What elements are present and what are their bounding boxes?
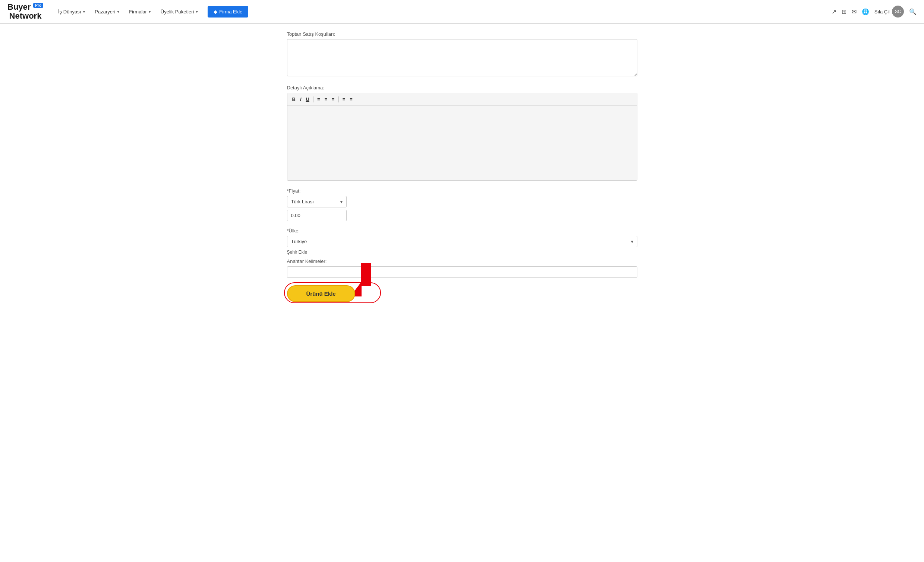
mail-icon: ✉ xyxy=(852,8,856,15)
underline-button[interactable]: U xyxy=(304,95,311,103)
search-icon: 🔍 xyxy=(909,8,916,15)
bold-button[interactable]: B xyxy=(290,95,297,103)
align-right-icon: ≡ xyxy=(332,96,335,102)
list-number-icon: ≡ xyxy=(350,96,352,102)
detayli-aciklama-section: Detaylı Açıklama: B I U ≡ ≡ ≡ ≡ xyxy=(287,85,638,181)
nav-pazaryeri-label: Pazaryeri xyxy=(94,9,115,15)
align-center-button[interactable]: ≡ xyxy=(323,95,330,103)
chevron-down-icon: ▼ xyxy=(82,10,86,14)
user-menu[interactable]: Sıla Çil SC xyxy=(874,6,904,18)
submit-btn-wrap: Ürünü Ekle xyxy=(287,285,355,302)
ulke-label: *Ülke: xyxy=(287,228,638,233)
avatar: SC xyxy=(892,6,904,18)
align-left-button[interactable]: ≡ xyxy=(315,95,322,103)
anahtar-kelimeler-label: Anahtar Kelimeler: xyxy=(287,259,638,264)
logo-buyer: Buyer xyxy=(8,3,31,12)
nav-items: İş Dünyası ▼ Pazaryeri ▼ Firmalar ▼ Üyel… xyxy=(54,6,824,18)
logo-pro: Pro xyxy=(33,3,43,8)
rich-editor: B I U ≡ ≡ ≡ ≡ ≡ xyxy=(287,93,638,181)
nav-firmalar-label: Firmalar xyxy=(129,9,147,15)
list-number-button[interactable]: ≡ xyxy=(348,95,354,103)
external-link-icon-button[interactable]: ↗ xyxy=(832,8,836,15)
toptan-satis-textarea[interactable] xyxy=(287,39,638,76)
logo[interactable]: BuyerPro Network xyxy=(8,3,43,21)
rich-editor-body[interactable] xyxy=(287,106,637,180)
ulke-section: *Ülke: Türkiye Almanya ABD Birleşik Kral… xyxy=(287,228,638,255)
chevron-down-icon: ▼ xyxy=(148,10,152,14)
firma-ekle-button[interactable]: ◆ Firma Ekle xyxy=(208,6,248,18)
fiyat-section: *Fiyat: Türk Lirası USD EUR ▼ xyxy=(287,188,638,221)
country-select-wrap: Türkiye Almanya ABD Birleşik Krallık ▼ xyxy=(287,236,638,247)
keywords-input[interactable] xyxy=(287,266,638,278)
align-center-icon: ≡ xyxy=(325,96,328,102)
price-input[interactable] xyxy=(287,210,346,221)
submit-area: Ürünü Ekle xyxy=(287,285,638,302)
currency-select-wrap: Türk Lirası USD EUR ▼ xyxy=(287,196,346,208)
chevron-down-icon: ▼ xyxy=(116,10,120,14)
nav-is-dunyasi-label: İş Dünyası xyxy=(58,9,81,15)
mail-icon-button[interactable]: ✉ xyxy=(852,8,856,15)
globe-icon: 🌐 xyxy=(862,8,869,15)
toolbar-separator-1 xyxy=(313,96,314,102)
align-left-icon: ≡ xyxy=(317,96,320,102)
currency-select[interactable]: Türk Lirası USD EUR xyxy=(287,196,346,208)
urun-ekle-button[interactable]: Ürünü Ekle xyxy=(287,285,355,302)
list-bullet-icon: ≡ xyxy=(342,96,345,102)
chevron-down-icon: ▼ xyxy=(195,10,199,14)
nav-uyelik-paketleri[interactable]: Üyelik Paketleri ▼ xyxy=(157,6,203,18)
search-icon-button[interactable]: 🔍 xyxy=(909,8,916,15)
rich-editor-toolbar: B I U ≡ ≡ ≡ ≡ ≡ xyxy=(287,93,637,106)
nav-pazaryeri[interactable]: Pazaryeri ▼ xyxy=(91,6,124,18)
globe-icon-button[interactable]: 🌐 xyxy=(862,8,869,15)
navbar: BuyerPro Network İş Dünyası ▼ Pazaryeri … xyxy=(0,0,924,24)
firma-ekle-label: Firma Ekle xyxy=(219,9,242,15)
logo-network: Network xyxy=(9,12,42,21)
italic-button[interactable]: I xyxy=(298,95,303,103)
main-content: Toptan Satış Koşulları: Detaylı Açıklama… xyxy=(279,24,645,324)
toptan-satis-label: Toptan Satış Koşulları: xyxy=(287,31,638,37)
nav-right: ↗ ⊞ ✉ 🌐 Sıla Çil SC 🔍 xyxy=(832,6,916,18)
external-link-icon: ↗ xyxy=(832,8,836,15)
grid-icon-button[interactable]: ⊞ xyxy=(842,8,846,15)
diamond-icon: ◆ xyxy=(214,9,217,15)
nav-is-dunyasi[interactable]: İş Dünyası ▼ xyxy=(54,6,90,18)
nav-firmalar[interactable]: Firmalar ▼ xyxy=(125,6,155,18)
list-bullet-button[interactable]: ≡ xyxy=(340,95,347,103)
toptan-satis-section: Toptan Satış Koşulları: xyxy=(287,31,638,78)
align-right-button[interactable]: ≡ xyxy=(330,95,337,103)
country-select[interactable]: Türkiye Almanya ABD Birleşik Krallık xyxy=(287,236,638,247)
nav-uyelik-paketleri-label: Üyelik Paketleri xyxy=(160,9,194,15)
detayli-aciklama-label: Detaylı Açıklama: xyxy=(287,85,638,91)
grid-icon: ⊞ xyxy=(842,8,846,15)
fiyat-label: *Fiyat: xyxy=(287,188,638,194)
anahtar-kelimeler-section: Anahtar Kelimeler: xyxy=(287,259,638,278)
username-label: Sıla Çil xyxy=(874,9,890,15)
avatar-initials: SC xyxy=(895,9,901,14)
sehir-ekle-link[interactable]: Şehir Ekle xyxy=(287,250,308,255)
